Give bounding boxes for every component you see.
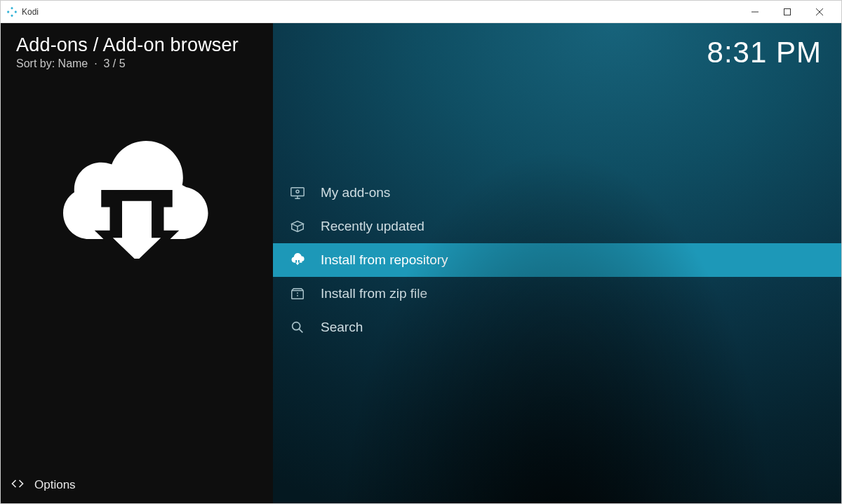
box-open-icon [290, 219, 305, 234]
svg-rect-2 [7, 11, 10, 13]
cloud-download-large-icon [63, 136, 210, 261]
app-title: Kodi [22, 7, 739, 17]
svg-rect-5 [784, 8, 791, 15]
close-button[interactable] [803, 1, 836, 22]
svg-point-11 [296, 190, 299, 193]
svg-point-15 [293, 322, 300, 330]
menu-item-label: Search [321, 320, 363, 335]
app-window: Kodi Add-ons / Add-on browser Sort by: N… [0, 0, 842, 504]
minimize-button[interactable] [739, 1, 771, 22]
addon-browser-menu: My add-ons Recently updated Install from… [273, 176, 841, 344]
sidebar-header: Add-ons / Add-on browser Sort by: Name ·… [1, 23, 273, 73]
main-panel: 8:31 PM My add-ons Recently updated [273, 23, 841, 503]
kodi-logo-icon [6, 6, 18, 18]
menu-item-recently-updated[interactable]: Recently updated [273, 210, 841, 243]
maximize-button[interactable] [771, 1, 803, 22]
svg-rect-3 [14, 11, 17, 13]
options-label: Options [34, 478, 76, 492]
content: Add-ons / Add-on browser Sort by: Name ·… [1, 23, 841, 503]
zip-file-icon [290, 286, 305, 301]
svg-rect-0 [11, 6, 13, 9]
svg-rect-12 [292, 290, 304, 299]
sidebar-illustration [1, 73, 273, 467]
breadcrumb: Add-ons / Add-on browser [16, 34, 259, 56]
menu-item-install-from-zip[interactable]: Install from zip file [273, 277, 841, 311]
svg-line-16 [299, 329, 302, 332]
list-position: 3 / 5 [104, 57, 126, 69]
svg-rect-8 [291, 188, 304, 196]
sort-value: Name [58, 57, 88, 69]
titlebar: Kodi [1, 1, 841, 23]
menu-item-search[interactable]: Search [273, 311, 841, 344]
menu-item-label: Install from zip file [321, 286, 427, 301]
options-icon [11, 477, 25, 494]
clock: 8:31 PM [707, 36, 822, 69]
options-button[interactable]: Options [1, 467, 273, 503]
search-icon [290, 320, 305, 335]
cloud-download-icon [290, 252, 305, 268]
menu-item-label: Install from repository [321, 252, 448, 268]
window-controls [739, 1, 836, 22]
menu-item-label: My add-ons [321, 185, 390, 200]
sort-separator: · [91, 57, 104, 69]
sort-prefix: Sort by: [16, 57, 58, 69]
menu-item-install-from-repository[interactable]: Install from repository [273, 243, 841, 277]
menu-item-my-addons[interactable]: My add-ons [273, 176, 841, 210]
monitor-icon [290, 185, 305, 200]
sort-line: Sort by: Name · 3 / 5 [16, 57, 259, 70]
svg-rect-1 [11, 14, 13, 17]
sidebar: Add-ons / Add-on browser Sort by: Name ·… [1, 23, 273, 503]
menu-item-label: Recently updated [321, 219, 425, 234]
